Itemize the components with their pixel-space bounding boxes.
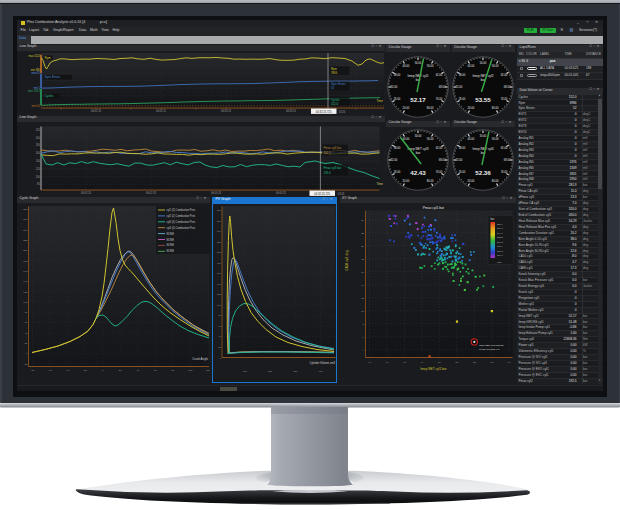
svg-text:-40: -40 [66,369,70,372]
svg-text:4: 4 [362,348,364,351]
svg-text:06:03:24: 06:03:24 [211,191,222,195]
svg-text:200: 200 [23,249,28,252]
svg-text:16: 16 [361,270,364,273]
svg-text:38.00: 38.00 [459,146,466,150]
svg-text:Pmax cyl4 bar: Pmax cyl4 bar [324,145,342,149]
svg-text:120: 120 [36,166,41,170]
svg-text:80.00: 80.00 [492,179,499,183]
svg-text:102.5: 102.5 [324,150,331,154]
svg-text:40: 40 [218,335,221,338]
svg-text:26.00: 26.00 [394,170,401,174]
svg-text:32.00: 32.00 [456,158,463,162]
svg-text:53: 53 [490,361,493,364]
svg-text:24: 24 [361,218,364,221]
svg-text:244.1: 244.1 [497,231,504,233]
svg-text:68.00: 68.00 [439,158,446,162]
svg-text:160: 160 [36,151,41,155]
svg-text:20.00: 20.00 [403,179,410,183]
svg-text:100: 100 [36,174,41,178]
svg-text:26.00: 26.00 [459,170,466,174]
svg-text:74.00: 74.00 [436,97,443,101]
svg-text:Cylinder Volume-cm3: Cylinder Volume-cm3 [309,360,335,364]
svg-text:56.00: 56.00 [492,137,499,141]
svg-text:26.00: 26.00 [394,97,401,101]
svg-text:68.00: 68.00 [504,158,511,162]
svg-text:62.00: 62.00 [501,146,508,150]
svg-text:12: 12 [361,296,364,299]
svg-text:280: 280 [217,209,222,212]
svg-text:0: 0 [26,352,28,355]
svg-text:NONE: NONE [167,243,175,247]
svg-text:20: 20 [119,369,122,372]
svg-text:60: 60 [218,324,221,327]
svg-text:56.00: 56.00 [427,64,434,68]
svg-text:80: 80 [218,314,221,317]
svg-text:152.0: 152.0 [331,101,338,105]
svg-text:56.00: 56.00 [427,137,434,141]
svg-text:40: 40 [136,369,139,372]
svg-text:80: 80 [25,311,28,314]
svg-text:-60: -60 [48,369,52,372]
svg-text:220: 220 [217,240,222,243]
svg-text:42.43: 42.43 [410,169,426,176]
svg-text:Imep NET cyl1 bar 52.: Imep NET cyl1 bar 52. [479,343,504,346]
svg-text:156.5: 156.5 [497,249,504,251]
svg-text:48: 48 [403,361,406,364]
svg-text:260: 260 [23,218,28,221]
svg-text:60: 60 [154,369,157,372]
svg-text:56.00: 56.00 [492,64,499,68]
svg-text:260: 260 [217,219,222,222]
svg-text:50: 50 [437,361,440,364]
svg-text:06:03:25: 06:03:25 [286,109,297,113]
svg-text:80: 80 [37,182,40,186]
svg-text:120: 120 [23,290,28,293]
svg-text:74.00: 74.00 [501,97,508,101]
svg-text:52.17: 52.17 [410,95,426,102]
svg-text:20.00: 20.00 [403,106,410,110]
svg-text:Rpm: Rpm [45,55,52,59]
svg-text:134.6: 134.6 [497,254,504,256]
svg-text:03:26: 03:26 [338,191,345,195]
svg-text:cyl3 (3) Combustion Pres: cyl3 (3) Combustion Pres [167,219,196,223]
svg-text:280: 280 [23,208,28,211]
svg-text:06:02:23: 06:02:23 [91,109,102,113]
svg-text:40: 40 [25,331,28,334]
svg-text:80: 80 [172,369,175,372]
svg-text:03:26: 03:26 [339,109,346,113]
svg-text:47: 47 [385,361,388,364]
svg-text:46: 46 [368,361,371,364]
svg-text:140: 140 [36,158,41,162]
svg-text:44.00: 44.00 [403,64,410,68]
svg-text:240: 240 [23,228,28,231]
svg-text:-20: -20 [24,362,28,365]
svg-text:20: 20 [25,342,28,345]
svg-text:14: 14 [361,283,364,286]
svg-text:06:02:25: 06:02:25 [156,109,167,113]
svg-text:cyl2 (2) Combustion Pres: cyl2 (2) Combustion Pres [167,213,196,217]
svg-text:52.36: 52.36 [476,169,492,176]
svg-text:Imep NET cyl1 bar: Imep NET cyl1 bar [420,367,447,371]
svg-text:100: 100 [243,369,248,372]
svg-text:max 4120: max 4120 [29,54,41,58]
svg-text:178.4: 178.4 [497,245,504,247]
svg-text:min 1: min 1 [34,85,41,89]
svg-text:220: 220 [23,239,28,242]
svg-text:8: 8 [362,322,364,325]
svg-text:100: 100 [23,300,28,303]
svg-text:68.00: 68.00 [504,85,511,89]
svg-text:-80: -80 [31,369,35,372]
svg-text:NONE: NONE [167,237,175,241]
svg-text:80.00: 80.00 [492,106,499,110]
svg-text:NONE: NONE [167,231,175,235]
svg-text:0: 0 [102,369,104,372]
svg-text:10: 10 [361,309,364,312]
svg-text:200.3: 200.3 [497,240,504,242]
svg-text:32.00: 32.00 [391,85,398,89]
svg-text:140: 140 [23,280,28,283]
svg-text:50.00: 50.00 [480,134,487,138]
svg-text:Sync Errors: Sync Errors [45,75,61,79]
svg-text:200: 200 [268,369,273,372]
svg-text:min 0.0: min 0.0 [31,103,40,107]
svg-text:62.00: 62.00 [436,146,443,150]
svg-text:Cycles: Cycles [45,94,55,98]
